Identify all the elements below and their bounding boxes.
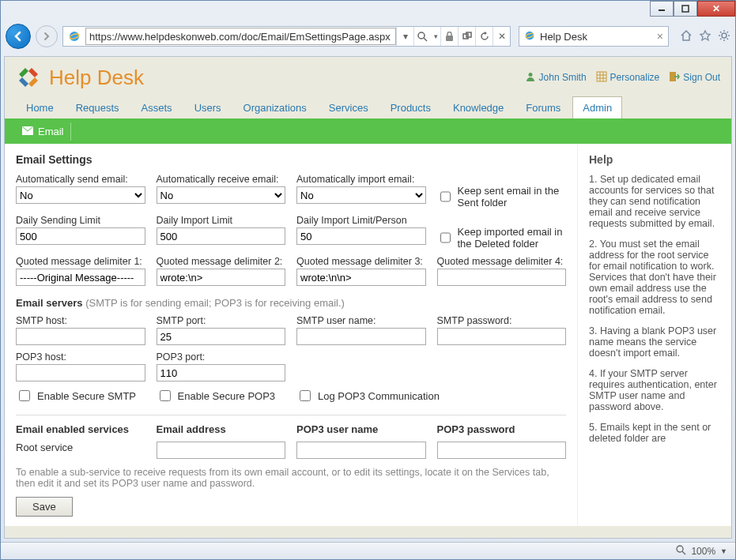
svg-rect-7 [463, 34, 468, 39]
root-email-input[interactable] [157, 442, 286, 459]
nav-home[interactable]: Home [16, 96, 64, 118]
email-icon [22, 126, 33, 137]
daily-import-label: Daily Import Limit [157, 215, 286, 226]
back-button[interactable] [6, 24, 31, 49]
sign-out-icon [669, 71, 680, 85]
smtp-pass-label: SMTP password: [437, 315, 567, 326]
nav-forums[interactable]: Forums [515, 96, 571, 118]
smtp-host-input[interactable] [16, 328, 145, 345]
root-pop3-user-input[interactable] [296, 442, 426, 459]
forward-button[interactable] [36, 25, 58, 47]
email-servers-heading: Email servers [16, 297, 83, 309]
stop-icon[interactable]: ✕ [493, 27, 510, 46]
services-hint: To enable a sub-service to receive reque… [16, 467, 566, 489]
smtp-port-label: SMTP port: [157, 315, 286, 326]
browser-window: ✕ ▾ ▾ ✕ [0, 0, 736, 560]
pop3-host-label: POP3 host: [16, 351, 145, 363]
minimize-button[interactable] [650, 1, 674, 17]
sign-out-link[interactable]: Sign Out [669, 71, 720, 85]
auto-import-select[interactable]: No [296, 186, 426, 204]
nav-requests[interactable]: Requests [66, 96, 130, 118]
lock-icon [440, 27, 458, 46]
keep-imported-label: Keep imported email in the Deleted folde… [458, 226, 567, 250]
secure-pop3-label: Enable Secure POP3 [178, 390, 276, 402]
daily-import-input[interactable] [157, 227, 286, 245]
user-link[interactable]: John Smith [525, 71, 587, 85]
page-title: Email Settings [16, 153, 566, 166]
url-dropdown-icon[interactable]: ▾ [396, 27, 413, 46]
browser-tools [680, 29, 730, 44]
nav-users[interactable]: Users [184, 96, 232, 118]
help-p4: 4. If your SMTP server requires authenti… [589, 368, 720, 412]
daily-send-input[interactable] [16, 227, 145, 245]
zoom-icon[interactable] [676, 545, 686, 558]
sub-nav-email[interactable]: Email [16, 122, 71, 141]
pop3-port-label: POP3 port: [157, 351, 286, 363]
qd2-label: Quoted message delimiter 2: [157, 256, 286, 267]
auto-receive-select[interactable]: No [157, 186, 286, 204]
search-icon[interactable] [413, 27, 431, 46]
compat-icon[interactable] [458, 27, 475, 46]
auto-send-select[interactable]: No [16, 186, 145, 204]
search-dropdown-icon[interactable]: ▾ [431, 27, 440, 46]
zoom-level: 100% [691, 546, 715, 557]
sub-nav-email-label: Email [38, 126, 64, 137]
tab-close-icon[interactable]: × [657, 30, 663, 43]
qd2-input[interactable] [157, 269, 286, 286]
svg-line-29 [682, 551, 685, 554]
help-p5: 5. Emails kept in the sent or deleted fo… [589, 422, 720, 444]
keep-sent-label: Keep sent email in the Sent folder [458, 185, 567, 209]
svg-point-20 [528, 73, 532, 77]
daily-send-label: Daily Sending Limit [16, 215, 145, 226]
tools-icon[interactable] [718, 29, 730, 44]
app-header: Help Desk John Smith Personalize [5, 57, 731, 93]
log-pop3-label: Log POP3 Communication [318, 390, 440, 402]
address-bar: ▾ ▾ ✕ [62, 26, 511, 47]
smtp-user-label: SMTP user name: [296, 315, 426, 326]
form-area: Email Settings Automatically send email:… [5, 144, 577, 526]
keep-imported-checkbox[interactable] [440, 232, 451, 243]
qd1-input[interactable] [16, 269, 145, 286]
help-title: Help [589, 153, 720, 166]
qd4-label: Quoted message delimiter 4: [437, 256, 567, 267]
close-button[interactable]: ✕ [697, 1, 735, 17]
secure-smtp-checkbox[interactable] [19, 390, 30, 401]
smtp-pass-input[interactable] [437, 328, 567, 345]
svg-rect-1 [682, 6, 689, 12]
root-pop3-pass-input[interactable] [437, 442, 567, 459]
window-controls: ✕ [650, 1, 735, 17]
keep-sent-checkbox[interactable] [440, 191, 451, 202]
personalize-link[interactable]: Personalize [596, 71, 660, 85]
nav-services[interactable]: Services [319, 96, 379, 118]
page-scroll[interactable]: Help Desk John Smith Personalize [5, 57, 731, 538]
pop3-host-input[interactable] [16, 364, 145, 381]
smtp-user-input[interactable] [296, 328, 426, 345]
save-button[interactable]: Save [16, 497, 73, 517]
ie-icon [66, 28, 82, 44]
svg-rect-8 [466, 32, 471, 37]
url-input[interactable] [85, 28, 396, 45]
home-icon[interactable] [680, 29, 693, 44]
services-col-3: POP3 user name [296, 423, 426, 435]
help-p3: 3. Having a blank POP3 user name means t… [589, 325, 720, 359]
refresh-icon[interactable] [475, 27, 493, 46]
nav-assets[interactable]: Assets [131, 96, 183, 118]
qd3-input[interactable] [296, 269, 426, 286]
nav-knowledge[interactable]: Knowledge [443, 96, 514, 118]
logo-icon [16, 65, 41, 90]
browser-tab[interactable]: Help Desk × [519, 26, 669, 47]
maximize-button[interactable] [674, 1, 697, 17]
personalize-label: Personalize [610, 72, 660, 83]
daily-import-person-input[interactable] [296, 227, 426, 245]
smtp-port-input[interactable] [157, 328, 286, 345]
zoom-dropdown-icon[interactable]: ▼ [720, 547, 727, 555]
services-col-4: POP3 password [437, 423, 567, 435]
pop3-port-input[interactable] [157, 364, 286, 381]
favorites-icon[interactable] [699, 29, 711, 44]
log-pop3-checkbox[interactable] [300, 390, 311, 401]
nav-organizations[interactable]: Organizations [233, 96, 317, 118]
secure-pop3-checkbox[interactable] [160, 390, 171, 401]
qd4-input[interactable] [437, 269, 567, 286]
nav-admin[interactable]: Admin [572, 96, 622, 118]
nav-products[interactable]: Products [380, 96, 441, 118]
